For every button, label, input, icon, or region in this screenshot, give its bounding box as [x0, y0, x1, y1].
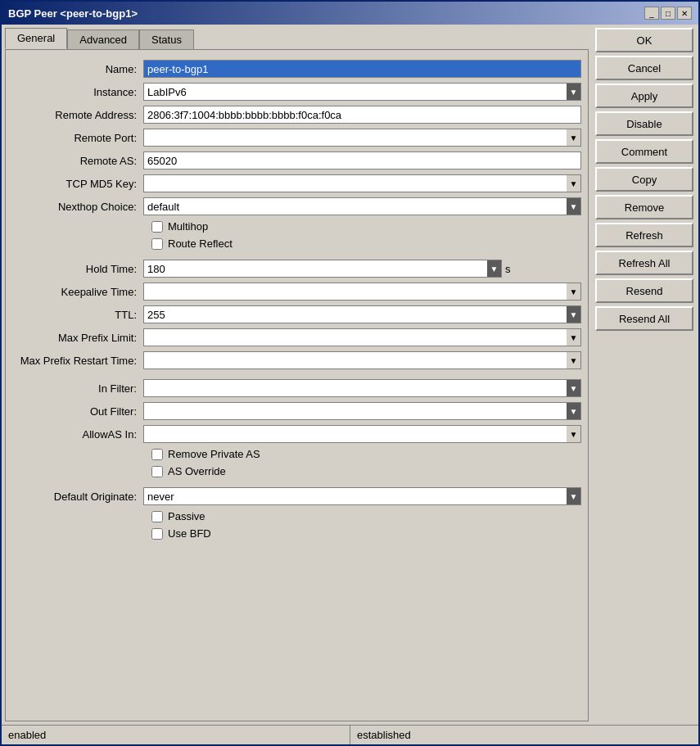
- tcp-md5-label: TCP MD5 Key:: [12, 178, 143, 190]
- status-enabled: enabled: [2, 726, 350, 744]
- allowas-in-input[interactable]: [143, 425, 567, 443]
- max-prefix-limit-wrap: ▼: [143, 328, 581, 346]
- nexthop-input[interactable]: [143, 197, 567, 215]
- instance-input[interactable]: [143, 83, 567, 101]
- use-bfd-row: Use BFD: [151, 527, 581, 540]
- out-filter-row: Out Filter: ▼: [12, 402, 581, 420]
- keepalive-row: Keepalive Time: ▼: [12, 283, 581, 301]
- instance-row: Instance: ▼: [12, 83, 581, 101]
- ttl-wrap: ▼: [143, 305, 581, 323]
- max-prefix-restart-wrap: ▼: [143, 351, 581, 369]
- default-originate-row: Default Originate: ▼: [12, 487, 581, 505]
- allowas-in-row: AllowAS In: ▼: [12, 425, 581, 443]
- title-bar: BGP Peer <peer-to-bgp1> _ □ ✕: [2, 2, 698, 25]
- hold-time-dropdown-btn[interactable]: ▼: [487, 260, 502, 278]
- max-prefix-restart-dropdown-btn[interactable]: ▼: [567, 351, 581, 369]
- as-override-row: AS Override: [151, 465, 581, 477]
- refresh-button[interactable]: Refresh: [595, 223, 693, 247]
- name-label: Name:: [12, 63, 143, 75]
- ttl-dropdown-btn[interactable]: ▼: [567, 305, 581, 323]
- resend-button[interactable]: Resend: [595, 278, 693, 303]
- tcp-md5-row: TCP MD5 Key: ▼: [12, 174, 581, 192]
- instance-label: Instance:: [12, 86, 143, 98]
- in-filter-label: In Filter:: [12, 382, 143, 395]
- in-filter-wrap: ▼: [143, 379, 581, 397]
- resend-all-button[interactable]: Resend All: [595, 306, 693, 331]
- name-row: Name:: [12, 60, 581, 78]
- ttl-row: TTL: ▼: [12, 305, 581, 323]
- name-input[interactable]: [143, 60, 581, 78]
- maximize-button[interactable]: □: [661, 7, 675, 20]
- minimize-button[interactable]: _: [644, 7, 659, 20]
- use-bfd-checkbox[interactable]: [151, 528, 163, 540]
- as-override-label: AS Override: [168, 465, 226, 477]
- apply-button[interactable]: Apply: [595, 84, 693, 108]
- passive-row: Passive: [151, 510, 581, 522]
- max-prefix-restart-input[interactable]: [143, 351, 567, 369]
- remove-private-as-checkbox[interactable]: [151, 449, 163, 460]
- window-title: BGP Peer <peer-to-bgp1>: [8, 7, 138, 20]
- keepalive-input[interactable]: [143, 283, 567, 301]
- tab-general[interactable]: General: [5, 28, 67, 49]
- passive-label: Passive: [168, 510, 205, 522]
- remote-port-wrap: ▼: [143, 129, 581, 147]
- hold-time-wrap: ▼ s: [143, 260, 581, 278]
- keepalive-wrap: ▼: [143, 283, 581, 301]
- tcp-md5-wrap: ▼: [143, 174, 581, 192]
- cancel-button[interactable]: Cancel: [595, 56, 693, 80]
- out-filter-dropdown-btn[interactable]: ▼: [567, 402, 581, 420]
- multihop-row: Multihop: [151, 220, 581, 233]
- allowas-in-dropdown-btn[interactable]: ▼: [567, 425, 581, 443]
- remote-port-input[interactable]: [143, 129, 567, 147]
- remote-address-input[interactable]: [143, 106, 581, 124]
- in-filter-input[interactable]: [143, 379, 567, 397]
- out-filter-input[interactable]: [143, 402, 567, 420]
- tcp-md5-dropdown-btn[interactable]: ▼: [567, 174, 581, 192]
- keepalive-label: Keepalive Time:: [12, 286, 143, 298]
- remote-port-dropdown-btn[interactable]: ▼: [567, 129, 581, 147]
- instance-dropdown-btn[interactable]: ▼: [567, 83, 581, 101]
- max-prefix-restart-label: Max Prefix Restart Time:: [12, 355, 143, 367]
- comment-button[interactable]: Comment: [595, 139, 693, 164]
- max-prefix-limit-label: Max Prefix Limit:: [12, 332, 143, 344]
- default-originate-dropdown-btn[interactable]: ▼: [567, 487, 581, 505]
- ttl-input[interactable]: [143, 305, 567, 323]
- nexthop-label: Nexthop Choice:: [12, 201, 143, 213]
- window-controls: _ □ ✕: [644, 7, 692, 20]
- instance-wrap: ▼: [143, 83, 581, 101]
- remote-address-label: Remote Address:: [12, 109, 143, 121]
- remote-as-input[interactable]: [143, 151, 581, 170]
- max-prefix-restart-row: Max Prefix Restart Time: ▼: [12, 351, 581, 369]
- hold-time-input[interactable]: [143, 260, 487, 278]
- as-override-checkbox[interactable]: [151, 466, 163, 477]
- max-prefix-limit-input[interactable]: [143, 328, 567, 346]
- multihop-checkbox[interactable]: [151, 221, 163, 233]
- remote-as-label: Remote AS:: [12, 155, 143, 167]
- default-originate-input[interactable]: [143, 487, 567, 505]
- disable-button[interactable]: Disable: [595, 111, 693, 136]
- left-panel: General Advanced Status Name: Instance: …: [2, 25, 592, 725]
- remote-as-row: Remote AS:: [12, 151, 581, 170]
- hold-time-label: Hold Time:: [12, 263, 143, 275]
- out-filter-wrap: ▼: [143, 402, 581, 420]
- refresh-all-button[interactable]: Refresh All: [595, 251, 693, 275]
- remove-private-as-label: Remove Private AS: [168, 448, 260, 460]
- passive-checkbox[interactable]: [151, 511, 163, 522]
- max-prefix-limit-dropdown-btn[interactable]: ▼: [567, 328, 581, 346]
- nexthop-dropdown-btn[interactable]: ▼: [567, 197, 581, 215]
- in-filter-dropdown-btn[interactable]: ▼: [567, 379, 581, 397]
- close-button[interactable]: ✕: [677, 7, 692, 20]
- ok-button[interactable]: OK: [595, 28, 693, 52]
- remote-port-label: Remote Port:: [12, 132, 143, 144]
- remote-port-row: Remote Port: ▼: [12, 129, 581, 147]
- ttl-label: TTL:: [12, 309, 143, 321]
- tab-status[interactable]: Status: [139, 29, 194, 49]
- tcp-md5-input[interactable]: [143, 174, 567, 192]
- nexthop-row: Nexthop Choice: ▼: [12, 197, 581, 215]
- remote-address-row: Remote Address:: [12, 106, 581, 124]
- tab-advanced[interactable]: Advanced: [67, 29, 139, 49]
- copy-button[interactable]: Copy: [595, 167, 693, 192]
- remove-button[interactable]: Remove: [595, 195, 693, 219]
- keepalive-dropdown-btn[interactable]: ▼: [567, 283, 581, 301]
- route-reflect-checkbox[interactable]: [151, 238, 163, 250]
